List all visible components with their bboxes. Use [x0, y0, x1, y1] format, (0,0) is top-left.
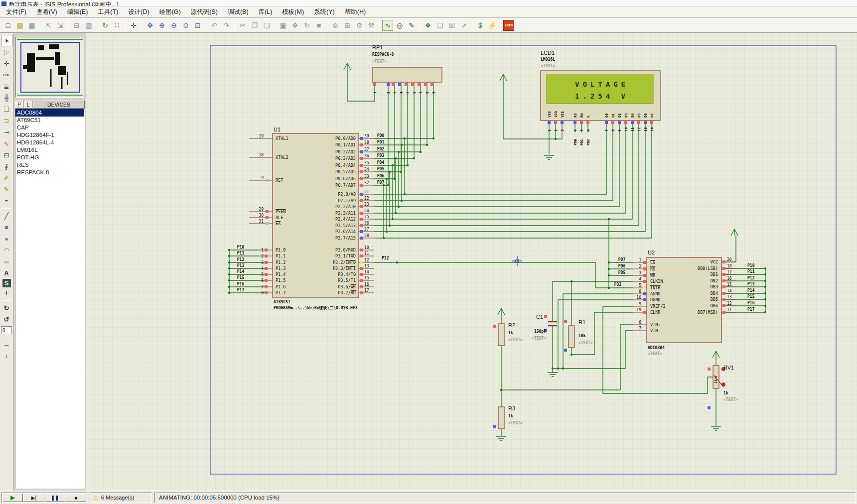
selection-mode-icon[interactable]: ➤ — [1, 35, 12, 46]
pick-parts-button[interactable]: P — [15, 101, 23, 109]
netlist-to-ares-icon[interactable]: ARES — [503, 20, 514, 31]
false-origin-icon[interactable]: ✛ — [128, 20, 139, 31]
property-assignment-icon[interactable]: ✎ — [406, 20, 417, 31]
pick-device-icon[interactable]: ⊚ — [330, 20, 341, 31]
zoom-all-icon[interactable]: ⊙ — [180, 20, 191, 31]
new-file-icon[interactable]: □ — [2, 20, 13, 31]
cut-icon[interactable]: ✂ — [237, 20, 248, 31]
current-probe-mode-icon[interactable]: ✎ — [1, 184, 12, 195]
bus-mode-icon[interactable]: ╫ — [1, 92, 12, 104]
menu-system[interactable]: 系统(Y) — [309, 6, 340, 18]
rp1-ref[interactable]: RP1 — [372, 44, 383, 50]
zoom-area-icon[interactable]: ⊡ — [192, 20, 203, 31]
device-item-at89c51[interactable]: AT89C51 — [15, 117, 84, 124]
menu-graph[interactable]: 绘图(G) — [154, 6, 186, 18]
text-graphic-icon[interactable]: A — [1, 267, 12, 279]
path-graphic-icon[interactable]: ∞ — [1, 256, 12, 267]
electrical-rule-check-icon[interactable]: ⚡ — [487, 20, 498, 31]
decompose-icon[interactable]: ⚒ — [366, 20, 377, 31]
toggle-grid-icon[interactable]: ∷ — [112, 20, 123, 31]
library-button[interactable]: L — [24, 101, 32, 109]
marker-graphic-icon[interactable]: ✛ — [1, 287, 12, 299]
schematic-canvas[interactable]: 1k U1 AT89C51 PROGRAM=..\..\WeiRn课设\二\D-… — [86, 33, 857, 491]
message-log[interactable]: ⚠ 6 Message(s) — [90, 493, 152, 503]
make-device-icon[interactable]: ⊞ — [342, 20, 353, 31]
box-graphic-icon[interactable]: ■ — [1, 222, 12, 233]
device-item-respack8[interactable]: RESPACK-8 — [15, 169, 84, 176]
u1-part[interactable]: AT89C51 — [274, 300, 290, 304]
generator-mode-icon[interactable]: ∮ — [1, 161, 12, 172]
menu-file[interactable]: 文件(F) — [1, 6, 31, 18]
r1-ref[interactable]: R1 — [578, 319, 585, 325]
import-section-icon[interactable]: ⇱ — [43, 20, 54, 31]
component-mode-icon[interactable]: ▷ — [1, 46, 12, 58]
remove-sheet-icon[interactable]: ☒ — [446, 20, 457, 31]
r3-body[interactable] — [498, 407, 504, 429]
mirror-horizontal-icon[interactable]: ↔ — [1, 339, 12, 350]
stop-button[interactable]: ■ — [66, 494, 86, 502]
text-script-mode-icon[interactable]: ≣ — [1, 81, 12, 92]
design-explorer-icon[interactable]: ❖ — [423, 20, 433, 31]
voltage-probe-mode-icon[interactable]: ✐ — [1, 172, 12, 184]
packaging-tool-icon[interactable]: ⚙ — [354, 20, 365, 31]
search-tag-icon[interactable]: ◎ — [394, 20, 405, 31]
r2-body[interactable] — [498, 324, 504, 346]
print-icon[interactable]: ⊟ — [71, 20, 82, 31]
menu-help[interactable]: 帮助(H) — [340, 6, 371, 18]
menu-template[interactable]: 模板(M) — [277, 6, 309, 18]
device-pin-mode-icon[interactable]: ⊸ — [1, 126, 12, 138]
graph-mode-icon[interactable]: ∿ — [1, 138, 12, 149]
device-item-lm016l[interactable]: LM016L — [15, 146, 84, 154]
zoom-out-icon[interactable]: ⊖ — [168, 20, 179, 31]
r2-ref[interactable]: R2 — [508, 322, 515, 328]
menu-library[interactable]: 库(L) — [254, 6, 278, 18]
menu-tools[interactable]: 工具(T) — [93, 6, 123, 18]
symbol-graphic-icon[interactable]: S — [2, 279, 11, 287]
device-item-hdg12864f1[interactable]: HDG12864F-1 — [15, 131, 84, 139]
open-file-icon[interactable]: ▤ — [14, 20, 25, 31]
wire-label-mode-icon[interactable]: LBL — [1, 69, 12, 81]
device-item-hdg12864l4[interactable]: HDG12864L-4 — [15, 139, 84, 146]
u2-part[interactable]: ADC0804 — [648, 346, 665, 350]
junction-dot-mode-icon[interactable]: ✛ — [1, 58, 12, 69]
r3-ref[interactable]: R3 — [508, 405, 515, 411]
redraw-icon[interactable]: ↻ — [100, 20, 111, 31]
device-item-adc0804[interactable]: ADC0804 — [15, 109, 84, 117]
overview-window[interactable] — [15, 37, 84, 98]
menu-debug[interactable]: 调试(B) — [223, 6, 254, 18]
undo-icon[interactable]: ↶ — [209, 20, 220, 31]
save-file-icon[interactable]: ▦ — [26, 20, 37, 31]
circle-graphic-icon[interactable]: ● — [1, 233, 12, 245]
device-item-pothg[interactable]: POT-HG — [15, 154, 84, 161]
tape-recorder-mode-icon[interactable]: ⊟ — [1, 149, 12, 161]
c1-ref[interactable]: C1 — [536, 314, 543, 320]
block-copy-icon[interactable]: ▣ — [278, 20, 288, 31]
paste-icon[interactable]: ❑ — [261, 20, 272, 31]
menu-source[interactable]: 源代码(S) — [186, 6, 223, 18]
mark-print-area-icon[interactable]: ▥ — [83, 20, 94, 31]
arc-graphic-icon[interactable]: ◠ — [1, 245, 12, 256]
rp1-respack8-body[interactable] — [372, 67, 442, 82]
block-move-icon[interactable]: ✥ — [289, 20, 300, 31]
menu-design[interactable]: 设计(D) — [123, 6, 154, 18]
new-sheet-icon[interactable]: ❏ — [434, 20, 445, 31]
wire-autorouter-icon[interactable]: ∿ — [382, 20, 393, 31]
rotation-angle-input[interactable] — [1, 326, 12, 334]
lcd1-ref[interactable]: LCD1 — [541, 50, 555, 56]
block-rotate-icon[interactable]: ↻ — [301, 20, 312, 31]
rotate-clockwise-icon[interactable]: ↻ — [1, 302, 12, 314]
block-delete-icon[interactable]: ■ — [313, 20, 324, 31]
zoom-in-icon[interactable]: ⊕ — [156, 20, 167, 31]
r1-body[interactable] — [569, 326, 574, 348]
step-button[interactable]: ▶| — [23, 494, 44, 502]
device-item-cap[interactable]: CAP — [15, 124, 84, 131]
device-item-res[interactable]: RES — [15, 161, 84, 169]
rp1-part[interactable]: RESPACK-8 — [372, 52, 394, 57]
rotate-anticlockwise-icon[interactable]: ↺ — [1, 314, 12, 325]
play-button[interactable]: ▶ — [2, 494, 23, 502]
lcd1-part[interactable]: LM016L — [541, 57, 555, 62]
pan-icon[interactable]: ✥ — [144, 20, 155, 31]
terminal-mode-icon[interactable]: ⊐ — [1, 115, 12, 126]
redo-icon[interactable]: ↷ — [221, 20, 232, 31]
copy-icon[interactable]: ❐ — [249, 20, 260, 31]
